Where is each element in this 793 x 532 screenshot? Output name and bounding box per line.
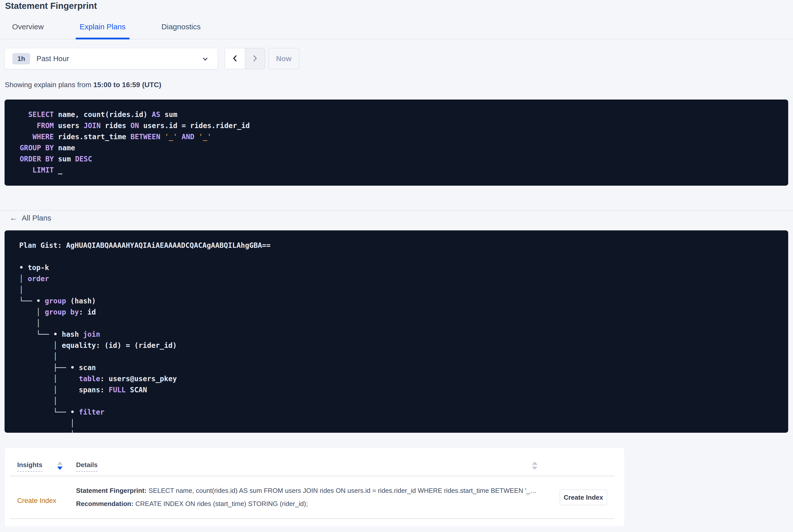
now-button[interactable]: Now xyxy=(268,48,299,69)
plan-gist-block: Plan Gist: AgHUAQIABQAAAAHYAQIAiAEAAAADC… xyxy=(4,230,788,433)
time-range-status: Showing explain plans from 15:00 to 16:5… xyxy=(5,81,161,89)
time-controls: 1h Past Hour Now xyxy=(4,48,299,69)
chevron-left-icon xyxy=(231,54,239,63)
all-plans-back-link[interactable]: All Plans xyxy=(10,213,51,223)
statement-fingerprint-line: Statement Fingerprint:SELECT name, count… xyxy=(76,484,544,497)
interval-label: Past Hour xyxy=(36,55,69,63)
sql-statement-block: SELECT name, count(rides.id) AS sum FROM… xyxy=(4,99,788,186)
chevron-down-icon xyxy=(202,55,209,64)
previous-interval-button[interactable] xyxy=(225,48,245,69)
recommendation-line: Recommendation:CREATE INDEX ON rides (st… xyxy=(76,497,544,510)
back-link-label: All Plans xyxy=(22,214,51,222)
table-row-divider xyxy=(10,518,614,519)
tab-bar: Overview Explain Plans Diagnostics xyxy=(0,15,793,39)
page-title: Statement Fingerprint xyxy=(5,0,97,12)
sort-icon[interactable] xyxy=(532,461,537,470)
create-index-button[interactable]: Create Index xyxy=(560,490,607,505)
status-prefix: Showing explain plans from xyxy=(5,81,93,89)
tab-overview[interactable]: Overview xyxy=(8,15,48,39)
status-range: 15:00 to 16:59 (UTC) xyxy=(93,81,161,89)
column-header-details[interactable]: Details xyxy=(76,461,97,472)
time-nav-group xyxy=(225,48,265,69)
recommendation-label: Recommendation: xyxy=(76,500,133,508)
tab-explain-plans[interactable]: Explain Plans xyxy=(76,15,130,39)
recommendation-text: CREATE INDEX ON rides (start_time) STORI… xyxy=(135,500,308,508)
insight-type-label: Create Index xyxy=(17,497,56,505)
next-interval-button[interactable] xyxy=(245,48,265,69)
table-header-divider xyxy=(10,476,614,476)
tab-diagnostics[interactable]: Diagnostics xyxy=(157,15,205,39)
chevron-right-icon xyxy=(251,54,259,63)
column-header-insights[interactable]: Insights xyxy=(17,461,42,472)
fingerprint-label: Statement Fingerprint: xyxy=(76,487,147,494)
section-divider xyxy=(0,210,793,211)
insight-details-cell: Statement Fingerprint:SELECT name, count… xyxy=(76,484,544,510)
interval-badge: 1h xyxy=(12,53,30,64)
sort-icon[interactable] xyxy=(57,461,63,470)
back-arrow-icon xyxy=(10,213,18,223)
insights-table: Insights Details Create Index Statement … xyxy=(4,448,625,527)
fingerprint-text: SELECT name, count(rides.id) AS sum FROM… xyxy=(149,487,536,494)
time-interval-dropdown[interactable]: 1h Past Hour xyxy=(4,48,218,69)
statement-fingerprint-page: Statement Fingerprint Overview Explain P… xyxy=(0,0,793,532)
